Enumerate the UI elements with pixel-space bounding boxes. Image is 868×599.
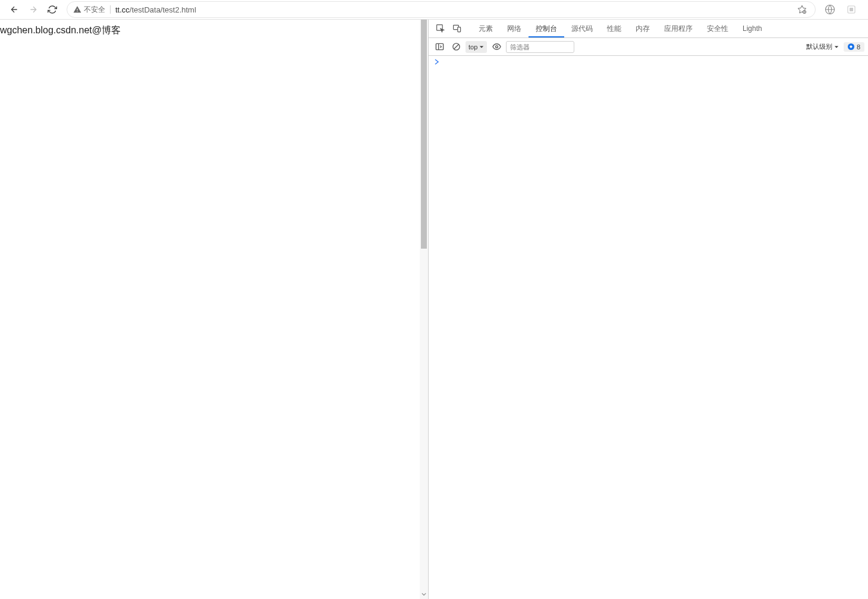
issues-badge[interactable]: 8 <box>844 42 864 52</box>
address-bar[interactable]: 不安全 tt.cc/testData/test2.html <box>67 1 816 18</box>
clear-console-icon[interactable] <box>449 40 463 54</box>
tab-security[interactable]: 安全性 <box>700 20 735 37</box>
devtools-tabs: 元素 网络 控制台 源代码 性能 内存 应用程序 安全性 Lighth <box>471 20 769 37</box>
main-area: wgchen.blog.csdn.net@博客 元素 网络 控制台 源代码 性能 <box>0 20 868 599</box>
console-body[interactable] <box>429 56 868 599</box>
browser-toolbar: 不安全 tt.cc/testData/test2.html <box>0 0 868 20</box>
devtools-panel: 元素 网络 控制台 源代码 性能 内存 应用程序 安全性 Lighth top <box>428 20 868 599</box>
svg-rect-3 <box>850 8 853 11</box>
filter-input[interactable] <box>506 41 574 53</box>
toolbar-right-icons <box>820 1 861 18</box>
context-selector[interactable]: top <box>466 41 487 53</box>
page-scrollbar[interactable] <box>420 20 428 599</box>
chevron-down-icon <box>834 45 839 49</box>
address-bar-right <box>795 2 809 17</box>
security-label: 不安全 <box>84 5 105 15</box>
tab-application[interactable]: 应用程序 <box>657 20 700 37</box>
scroll-down-button[interactable] <box>420 589 428 599</box>
tab-lighthouse[interactable]: Lighth <box>735 20 769 37</box>
url-path: /testData/test2.html <box>130 5 196 14</box>
svg-line-10 <box>454 45 458 49</box>
translate-icon[interactable] <box>820 1 839 18</box>
devtools-header: 元素 网络 控制台 源代码 性能 内存 应用程序 安全性 Lighth <box>429 20 868 38</box>
url-text: tt.cc/testData/test2.html <box>115 5 795 14</box>
tab-console[interactable]: 控制台 <box>529 20 564 37</box>
reload-button[interactable] <box>43 1 62 18</box>
issues-count: 8 <box>857 43 860 51</box>
console-sidebar-toggle-icon[interactable] <box>432 40 446 54</box>
page-text: wgchen.blog.csdn.net@博客 <box>0 20 428 37</box>
console-toolbar: top 默认级别 8 <box>429 38 868 56</box>
tab-memory[interactable]: 内存 <box>628 20 657 37</box>
inspect-element-icon[interactable] <box>432 20 449 37</box>
forward-button[interactable] <box>24 1 43 18</box>
tab-performance[interactable]: 性能 <box>600 20 628 37</box>
security-indicator[interactable]: 不安全 <box>73 5 105 15</box>
svg-rect-7 <box>436 43 443 49</box>
tab-network[interactable]: 网络 <box>500 20 529 37</box>
tab-elements[interactable]: 元素 <box>471 20 500 37</box>
svg-rect-6 <box>458 27 461 32</box>
console-prompt[interactable] <box>435 57 862 67</box>
level-selector[interactable]: 默认级别 <box>804 42 841 51</box>
prompt-chevron-icon <box>435 59 439 65</box>
page-content: wgchen.blog.csdn.net@博客 <box>0 20 428 599</box>
live-expression-icon[interactable] <box>489 40 504 54</box>
extension-icon[interactable] <box>842 1 861 18</box>
scrollbar-thumb[interactable] <box>421 20 427 249</box>
favorite-button[interactable] <box>795 2 809 17</box>
level-label: 默认级别 <box>806 42 832 51</box>
context-label: top <box>468 43 477 51</box>
chevron-down-icon <box>479 45 484 49</box>
back-button[interactable] <box>5 1 24 18</box>
tab-sources[interactable]: 源代码 <box>564 20 600 37</box>
url-host: tt.cc <box>115 5 130 14</box>
info-icon <box>848 43 854 50</box>
device-toggle-icon[interactable] <box>449 20 466 37</box>
address-divider <box>110 5 111 14</box>
svg-point-11 <box>495 46 498 48</box>
